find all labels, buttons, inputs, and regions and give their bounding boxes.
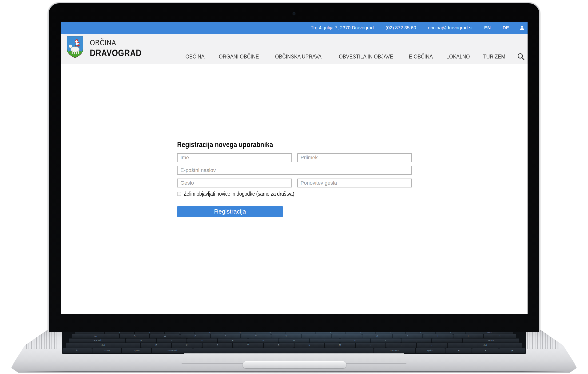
form-row-email	[177, 166, 412, 175]
site-header: OBČINA DRAVOGRAD OBČINAORGANI OBČINEOBČI…	[61, 34, 527, 64]
logo-line1: OBČINA	[90, 38, 142, 48]
key--: \	[484, 334, 516, 338]
laptop-screen-bezel: Trg 4. julija 7, 2370 Dravograd (02) 872…	[48, 2, 540, 332]
nav-item-lokalno[interactable]: LOKALNO	[445, 53, 471, 60]
search-icon	[517, 53, 525, 60]
keyboard-row: fncontroloptioncommandcommandoption◀▲▶	[63, 348, 525, 353]
key-c: C	[202, 343, 232, 347]
key-option: option	[416, 348, 445, 353]
key--: ]	[453, 334, 483, 338]
key-x: X	[172, 343, 201, 347]
key-caps-lock: caps lock	[69, 339, 125, 343]
key-h: H	[279, 339, 309, 343]
publish-news-checkbox[interactable]	[177, 192, 181, 196]
key-command: command	[152, 348, 193, 353]
key-shift: shift	[66, 343, 140, 347]
website-page: Trg 4. julija 7, 2370 Dravograd (02) 872…	[61, 22, 527, 314]
first-name-input[interactable]	[177, 153, 292, 162]
key-shift: shift	[448, 343, 522, 347]
coat-of-arms-icon	[67, 36, 84, 58]
laptop-base: esc`1234567890-=deletetabQWERTYUIOP[]\ca…	[11, 326, 577, 373]
key--: /	[417, 343, 447, 347]
key-d: D	[187, 339, 217, 343]
registration-form: Registracija novega uporabnika	[177, 141, 412, 217]
key-command: command	[374, 348, 415, 353]
key--: '	[432, 339, 462, 343]
form-title: Registracija novega uporabnika	[177, 141, 273, 149]
key--: .	[386, 343, 416, 347]
key-w: W	[150, 334, 180, 338]
last-name-input[interactable]	[297, 153, 412, 162]
key--: ,	[356, 343, 386, 347]
key-fn: fn	[63, 348, 92, 353]
key-blank	[193, 348, 374, 353]
key-n: N	[294, 343, 324, 347]
key-k: K	[340, 339, 370, 343]
key-l: L	[371, 339, 401, 343]
main-nav: OBČINAORGANI OBČINEOBČINSKA UPRAVAOBVEST…	[184, 53, 525, 60]
search-button[interactable]	[517, 53, 525, 60]
key-m: M	[325, 343, 355, 347]
key-u: U	[302, 334, 331, 338]
topbar: Trg 4. julija 7, 2370 Dravograd (02) 872…	[61, 22, 527, 34]
nav-item-turizem[interactable]: TURIZEM	[482, 53, 507, 60]
nav-item-obvestila-in-objave[interactable]: OBVESTILA IN OBJAVE	[335, 53, 397, 60]
key-b: B	[264, 343, 294, 347]
password-repeat-input[interactable]	[297, 179, 412, 187]
key-r: R	[211, 334, 240, 338]
form-row-password	[177, 179, 412, 187]
key-s: S	[157, 339, 187, 343]
key-p: P	[393, 334, 422, 338]
key-tab: tab	[72, 334, 119, 338]
key-z: Z	[141, 343, 171, 347]
lang-switch-en[interactable]: EN	[484, 25, 491, 30]
key--: ▶	[499, 348, 525, 353]
publish-news-label: Želim objavljati novice in dogodke (samo…	[184, 191, 294, 197]
email-input[interactable]	[177, 166, 412, 175]
nav-item-ob-ina[interactable]: OBČINA	[184, 53, 206, 60]
topbar-phone: (02) 872 35 60	[386, 25, 416, 30]
key-option: option	[122, 348, 151, 353]
key-j: J	[310, 339, 340, 343]
key-g: G	[248, 339, 278, 343]
key-q: Q	[120, 334, 149, 338]
key-v: V	[233, 343, 263, 347]
topbar-address: Trg 4. julija 7, 2370 Dravograd	[311, 25, 374, 30]
keyboard-row: shiftZXCVBNM,./shift	[66, 343, 522, 347]
site-logo-text: OBČINA DRAVOGRAD	[90, 36, 153, 58]
key-control: control	[93, 348, 122, 353]
key--: ▲	[472, 348, 498, 353]
keyboard-row: caps lockASDFGHJKL;'return	[69, 339, 519, 343]
front-edge	[22, 371, 566, 372]
webcam-icon	[293, 12, 295, 15]
lid-open-notch	[243, 361, 346, 368]
lang-switch-de[interactable]: DE	[502, 25, 509, 30]
key-a: A	[126, 339, 156, 343]
register-button[interactable]: Registracija	[177, 206, 283, 217]
password-input[interactable]	[177, 179, 292, 187]
nav-item-ob-inska-uprava[interactable]: OBČINSKA UPRAVA	[272, 53, 325, 60]
site-logo[interactable]: OBČINA DRAVOGRAD	[67, 36, 153, 58]
key-e: E	[180, 334, 210, 338]
laptop-mockup: esc`1234567890-=deletetabQWERTYUIOP[]\ca…	[0, 0, 588, 374]
form-row-name	[177, 153, 412, 162]
newsletter-checkbox-row: Želim objavljati novice in dogodke (samo…	[177, 191, 412, 197]
key-y: Y	[272, 334, 301, 338]
keyboard-row: tabQWERTYUIOP[]\	[72, 334, 516, 338]
key-i: I	[332, 334, 362, 338]
key--: [	[423, 334, 453, 338]
user-icon	[519, 25, 525, 30]
topbar-email-link[interactable]: obcina@dravograd.si	[428, 25, 472, 30]
key-f: F	[218, 339, 248, 343]
nav-item-e-ob-ina[interactable]: E-OBČINA	[407, 53, 434, 60]
logo-line2: DRAVOGRAD	[90, 48, 142, 58]
page-content: Registracija novega uporabnika	[61, 64, 527, 314]
nav-item-organi-ob-ine[interactable]: ORGANI OBČINE	[216, 53, 262, 60]
key--: ;	[401, 339, 431, 343]
key-return: return	[463, 339, 519, 343]
key-o: O	[362, 334, 392, 338]
key--: ◀	[445, 348, 472, 353]
key-t: T	[241, 334, 271, 338]
user-account-button[interactable]	[519, 25, 525, 30]
